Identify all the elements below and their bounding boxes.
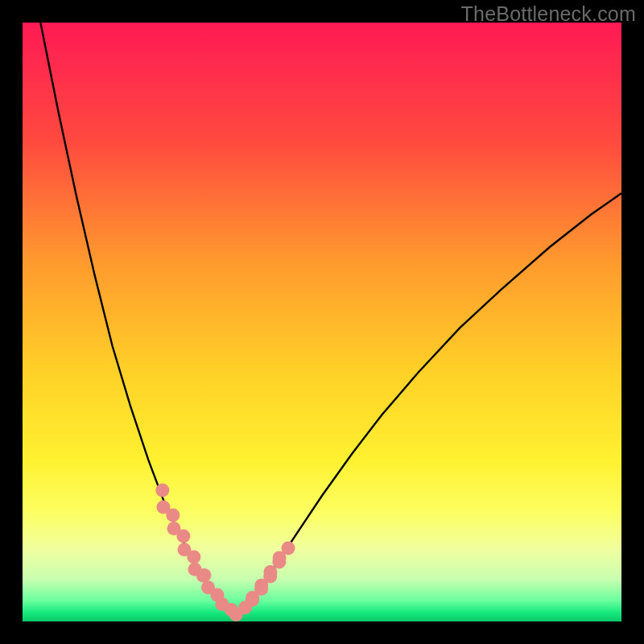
plot-area	[23, 23, 621, 621]
plot-svg	[23, 23, 621, 621]
data-point	[187, 551, 200, 564]
data-point	[176, 530, 190, 543]
data-point	[155, 484, 169, 497]
watermark-text: TheBottleneck.com	[461, 2, 636, 26]
data-point	[196, 569, 210, 583]
data-point	[238, 601, 252, 614]
data-point	[282, 541, 295, 555]
data-point	[166, 509, 180, 522]
curve-left-curve	[40, 23, 235, 616]
